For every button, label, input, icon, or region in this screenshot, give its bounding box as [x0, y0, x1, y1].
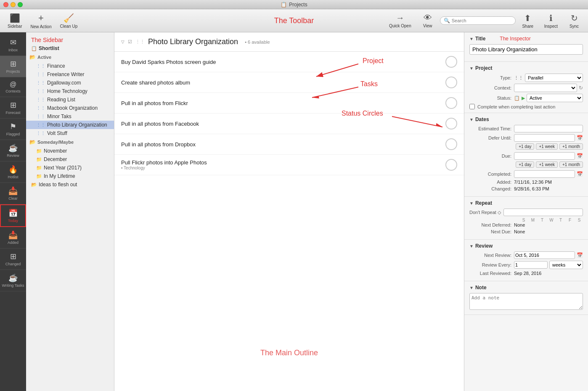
- next-review-input[interactable]: [514, 251, 575, 259]
- due-week-button[interactable]: +1 week: [536, 161, 558, 168]
- inspector-label: The Inspector: [500, 36, 530, 42]
- view-icon: 👁: [424, 13, 432, 23]
- tab-flagged[interactable]: ⚑ Flagged: [0, 119, 26, 140]
- days-row: S M T W T F S: [469, 218, 583, 222]
- defer-month-button[interactable]: +1 month: [559, 143, 583, 150]
- task-row[interactable]: Pull Flickr photos into Apple Photos • T…: [114, 155, 464, 175]
- tab-review[interactable]: ☕ Review: [0, 140, 26, 161]
- next-review-calendar-icon[interactable]: 📅: [577, 252, 583, 258]
- inspect-button[interactable]: ℹ Inspect: [540, 11, 562, 30]
- view-button[interactable]: 👁 View: [417, 11, 438, 30]
- context-field: Context: ↻: [469, 84, 583, 92]
- sync-button[interactable]: ↻ Sync: [564, 11, 585, 30]
- status-circle[interactable]: [445, 56, 457, 68]
- sidebar-item-november[interactable]: 📁 November: [26, 147, 114, 155]
- inspector-dates-section: ▼ Dates Estimated Time: Defer Until: 📅 +…: [464, 113, 588, 197]
- project-section-header[interactable]: ▼ Project: [469, 65, 583, 71]
- sidebar-item-finance[interactable]: ⋮⋮ Finance: [26, 62, 114, 70]
- sidebar-item-freelance-writer[interactable]: ⋮⋮ Freelance Writer: [26, 70, 114, 79]
- sidebar-group-someday[interactable]: 📂 Someday/Maybe: [26, 137, 114, 147]
- tab-clear[interactable]: 📥 Clear: [0, 183, 26, 204]
- complete-when-checkbox[interactable]: [469, 104, 475, 109]
- status-circle[interactable]: [445, 138, 457, 150]
- november-icon: 📁: [36, 148, 42, 154]
- due-month-button[interactable]: +1 month: [559, 161, 583, 168]
- defer-day-button[interactable]: +1 day: [516, 143, 534, 150]
- collapse-triangle[interactable]: ▽: [121, 40, 124, 44]
- next-due-field: Next Due: None: [469, 229, 583, 234]
- review-every-unit-select[interactable]: weeks: [549, 261, 583, 269]
- tab-changed[interactable]: ⊞ Changed: [0, 248, 26, 270]
- maximize-button[interactable]: [18, 2, 23, 7]
- completed-input[interactable]: [514, 170, 575, 178]
- sidebar-item-ideas[interactable]: 📂 Ideas to flesh out: [26, 180, 114, 189]
- repeat-schedule-input[interactable]: [503, 209, 583, 216]
- note-textarea[interactable]: [469, 293, 583, 310]
- review-every-num-input[interactable]: [514, 261, 548, 269]
- sidebar-item-in-my-lifetime[interactable]: 📁 In My Lifetime: [26, 172, 114, 180]
- tab-inbox[interactable]: ✉ Inbox: [0, 34, 26, 56]
- tab-projects[interactable]: ⊞ Projects: [0, 56, 26, 77]
- estimated-time-input[interactable]: [514, 125, 583, 132]
- sidebar: The Sidebar 📋 Shortlist 📂 Active ⋮⋮ Fina…: [26, 32, 114, 391]
- status-circle[interactable]: [445, 159, 457, 171]
- due-calendar-icon[interactable]: 📅: [577, 153, 583, 159]
- title-section-header[interactable]: ▼ Title The Inspector: [469, 36, 583, 42]
- sidebar-item-photo-lib[interactable]: ⋮⋮ Photo Library Organization: [26, 121, 114, 129]
- tab-contexts[interactable]: @ Contexts: [0, 77, 26, 97]
- repeat-section-header[interactable]: ▼ Repeat: [469, 200, 583, 206]
- sidebar-button[interactable]: ⬛ Sidebar: [3, 11, 26, 30]
- quick-open-button[interactable]: → Quick Open: [385, 11, 416, 30]
- search-box[interactable]: 🔍: [440, 16, 516, 25]
- minimize-button[interactable]: [11, 2, 16, 7]
- status-circle[interactable]: [445, 97, 457, 109]
- tab-today[interactable]: 📅 Today: [0, 204, 26, 227]
- context-refresh-icon[interactable]: ↻: [579, 85, 583, 91]
- sidebar-group-active[interactable]: 📂 Active: [26, 53, 114, 62]
- sidebar-item-shortlist[interactable]: 📋 Shortlist: [26, 44, 114, 53]
- tab-hotlist[interactable]: 🔥 Hotlist: [0, 161, 26, 183]
- title-icon: 📋: [281, 2, 287, 8]
- sidebar-item-december[interactable]: 📁 December: [26, 155, 114, 164]
- context-select[interactable]: [514, 84, 577, 92]
- outline-header: ▽ ☑ ⋮⋮ Photo Library Organization • 6 av…: [114, 32, 464, 52]
- sidebar-item-reading-list[interactable]: ⋮⋮ Reading List: [26, 95, 114, 104]
- sidebar-item-dgalloway[interactable]: ⋮⋮ Dgalloway.com: [26, 79, 114, 87]
- share-button[interactable]: ⬆ Share: [517, 11, 538, 30]
- sidebar-item-next-year[interactable]: 📁 Next Year (2017): [26, 164, 114, 172]
- type-select[interactable]: Parallel: [525, 74, 583, 82]
- status-icon: 📋: [514, 95, 520, 101]
- tab-added[interactable]: 📥 Added: [0, 227, 26, 248]
- inspect-icon: ℹ: [549, 13, 553, 23]
- sidebar-item-minor-taks[interactable]: ⋮⋮ Minor Taks: [26, 112, 114, 121]
- search-input[interactable]: [452, 18, 512, 23]
- defer-until-input[interactable]: [514, 134, 575, 142]
- review-section-header[interactable]: ▼ Review: [469, 243, 583, 249]
- due-day-button[interactable]: +1 day: [516, 161, 534, 168]
- defer-calendar-icon[interactable]: 📅: [577, 135, 583, 141]
- due-input[interactable]: [514, 152, 575, 160]
- task-row[interactable]: Buy David Sparks Photos screen guide: [114, 52, 464, 72]
- defer-week-button[interactable]: +1 week: [536, 143, 558, 150]
- projects-icon: ⊞: [10, 59, 16, 69]
- task-row[interactable]: Create shared photos album: [114, 72, 464, 93]
- clean-up-button[interactable]: 🧹 Clean Up: [56, 11, 82, 30]
- status-select[interactable]: Active: [527, 94, 583, 102]
- title-input[interactable]: [469, 44, 583, 55]
- sidebar-item-volt-stuff[interactable]: ⋮⋮ Volt Stuff: [26, 129, 114, 137]
- completed-calendar-icon[interactable]: 📅: [577, 171, 583, 177]
- task-row[interactable]: Pull in all photos from Facebook: [114, 114, 464, 134]
- tab-writing-tasks[interactable]: ☕ Writing Tasks: [0, 270, 26, 291]
- dates-section-header[interactable]: ▼ Dates: [469, 116, 583, 122]
- close-button[interactable]: [3, 2, 8, 7]
- tab-forecast[interactable]: ⊞ Forecast: [0, 97, 26, 119]
- sidebar-item-home-tech[interactable]: ⋮⋮ Home Technology: [26, 87, 114, 95]
- status-circle[interactable]: [445, 77, 457, 88]
- task-row[interactable]: Pull in all photos from Dropbox: [114, 134, 464, 155]
- note-section-header[interactable]: ▼ Note: [469, 285, 583, 291]
- status-circle[interactable]: [445, 118, 457, 129]
- sidebar-item-macbook-org[interactable]: ⋮⋮ Macbook Organization: [26, 104, 114, 112]
- new-action-button[interactable]: + New Action: [26, 11, 56, 31]
- next-review-field: Next Review: 📅: [469, 251, 583, 259]
- task-row[interactable]: Pull in all photos from Flickr: [114, 93, 464, 114]
